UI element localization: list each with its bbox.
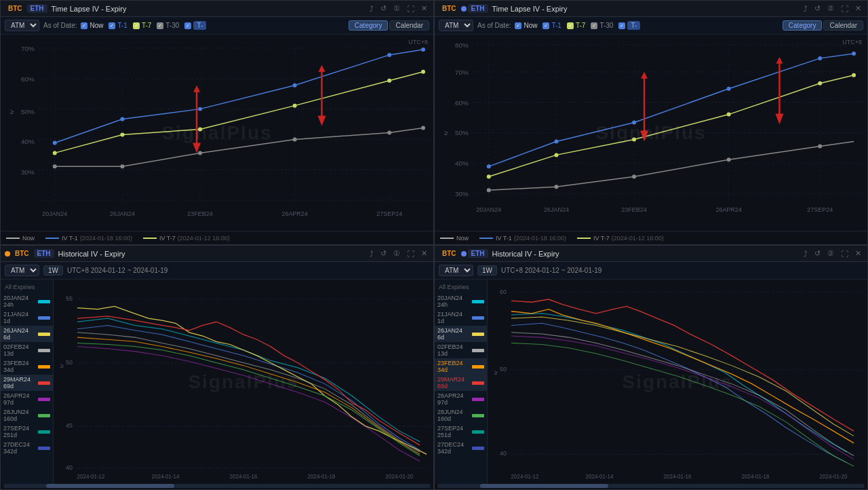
close-icon-tr[interactable]: ✕: [853, 3, 863, 14]
external-link-icon-tl[interactable]: ⤴: [368, 4, 376, 14]
cb-t1-tr[interactable]: T-1: [542, 22, 561, 29]
svg-point-36: [198, 151, 202, 155]
expiry-item-21jan-br[interactable]: 21JAN24 1d: [435, 309, 487, 326]
refresh-icon-tl[interactable]: ↺: [378, 3, 389, 14]
period-btn-bl[interactable]: 1W: [43, 265, 63, 276]
scrollbar-thumb-br[interactable]: [480, 484, 608, 488]
expiry-item-26jan-br[interactable]: 26JAN24 6d: [435, 326, 487, 342]
atm-select-tr[interactable]: ATM: [439, 20, 473, 31]
cb-box-now-tr[interactable]: [515, 22, 521, 29]
close-icon-bl[interactable]: ✕: [419, 248, 429, 259]
cb-box-now-tl[interactable]: [81, 22, 87, 29]
expiry-item-27dec-br[interactable]: 27DEC24 342d: [435, 440, 487, 456]
expiry-item-27sep-br[interactable]: 27SEP24 251d: [435, 423, 487, 440]
expiry-item-26apr-bl[interactable]: 26APR24 97d: [1, 391, 53, 407]
expiry-item-02feb-bl[interactable]: 02FEB24 13d: [1, 342, 53, 358]
expiry-item-23feb-bl[interactable]: 23FEB24 34d: [1, 358, 53, 375]
svg-point-81: [487, 188, 491, 192]
num1-icon-bl[interactable]: ①: [391, 248, 402, 259]
expiry-item-27dec-bl[interactable]: 27DEC24 342d: [1, 440, 53, 456]
maximize-icon-tl[interactable]: ⛶: [405, 4, 416, 14]
cb-t-highlight-tl[interactable]: T-: [184, 21, 206, 30]
num1-icon-tl[interactable]: ①: [391, 3, 402, 14]
cb-now-tr[interactable]: Now: [515, 22, 537, 29]
maximize-icon-tr[interactable]: ⛶: [839, 4, 850, 14]
refresh-icon-br[interactable]: ↺: [812, 248, 823, 259]
btc-tab-bl[interactable]: BTC: [12, 249, 33, 258]
expiry-item-20jan-br[interactable]: 20JAN24 24h: [435, 293, 487, 309]
legend-t7-tr: IV T-7(2024-01-12 16:00): [577, 235, 664, 242]
svg-text:2024-01-16: 2024-01-16: [664, 474, 692, 480]
eth-tab-tr[interactable]: ETH: [468, 4, 488, 13]
coin-tabs-tl: BTC ETH: [5, 4, 47, 13]
cb-t-highlight-tr[interactable]: T-: [618, 21, 640, 30]
num2-icon-tr[interactable]: ②: [825, 3, 836, 14]
svg-text:30%: 30%: [455, 190, 469, 197]
cb-box-t1-tl[interactable]: [108, 22, 115, 29]
scrollbar-bl[interactable]: [3, 484, 431, 488]
expiry-item-29mar-br[interactable]: 29MAR24 69d: [435, 375, 487, 391]
close-icon-br[interactable]: ✕: [853, 248, 863, 259]
btc-tab-tl[interactable]: BTC: [5, 4, 26, 13]
num2-icon-br[interactable]: ②: [825, 248, 836, 259]
atm-select-tl[interactable]: ATM: [5, 20, 39, 31]
coin-tabs-tr: BTC ETH: [439, 4, 488, 13]
expiry-item-28jun-br[interactable]: 28JUN24 160d: [435, 407, 487, 423]
expiry-list-br: All Expiries 20JAN24 24h 21JAN24 1d 26JA…: [435, 280, 488, 484]
external-link-icon-br[interactable]: ⤴: [802, 249, 810, 259]
calendar-btn-tr[interactable]: Calendar: [823, 20, 863, 31]
refresh-icon-bl[interactable]: ↺: [378, 248, 389, 259]
cb-t30-tl[interactable]: T-30: [157, 22, 179, 29]
expiry-item-29mar-bl[interactable]: 29MAR24 69d: [1, 375, 53, 391]
calendar-btn-tl[interactable]: Calendar: [389, 20, 429, 31]
cb-box-highlight-tr[interactable]: [618, 22, 625, 29]
external-link-icon-tr[interactable]: ⤴: [802, 4, 810, 14]
expiry-item-02feb-br[interactable]: 02FEB24 13d: [435, 342, 487, 358]
cb-t1-tl[interactable]: T-1: [108, 22, 127, 29]
expiry-item-27sep-bl[interactable]: 27SEP24 251d: [1, 423, 53, 440]
cb-label-t7-tr: T-7: [576, 22, 585, 29]
atm-select-br[interactable]: ATM: [439, 265, 473, 276]
maximize-icon-bl[interactable]: ⛶: [405, 249, 416, 259]
btc-tab-br[interactable]: BTC: [439, 249, 460, 258]
category-btn-tl[interactable]: Category: [349, 20, 389, 31]
atm-select-bl[interactable]: ATM: [5, 265, 39, 276]
svg-text:2024-01-18: 2024-01-18: [742, 474, 770, 480]
legend-line-t7-tr: [577, 238, 591, 239]
eth-tab-br[interactable]: ETH: [468, 249, 488, 258]
period-btn-br[interactable]: 1W: [477, 265, 497, 276]
btc-tab-tr[interactable]: BTC: [439, 4, 460, 13]
maximize-icon-br[interactable]: ⛶: [839, 249, 850, 259]
cb-box-highlight-tl[interactable]: [184, 22, 191, 29]
external-link-icon-bl[interactable]: ⤴: [368, 249, 376, 259]
cb-box-t7-tr[interactable]: [567, 22, 574, 29]
eth-tab-tl[interactable]: ETH: [27, 4, 47, 13]
expiry-item-20jan-bl[interactable]: 20JAN24 24h: [1, 293, 53, 309]
category-btn-tr[interactable]: Category: [783, 20, 823, 31]
svg-text:2024-01-20: 2024-01-20: [820, 474, 848, 480]
expiry-item-26apr-br[interactable]: 26APR24 97d: [435, 391, 487, 407]
cb-t7-tr[interactable]: T-7: [567, 22, 585, 29]
scrollbar-br[interactable]: [437, 484, 865, 488]
expiry-item-21jan-bl[interactable]: 21JAN24 1d: [1, 309, 53, 326]
cb-t7-tl[interactable]: T-7: [133, 22, 151, 29]
expiry-item-28jun-bl[interactable]: 28JUN24 160d: [1, 407, 53, 423]
cb-box-t30-tl[interactable]: [157, 22, 163, 29]
cb-box-t7-tl[interactable]: [133, 22, 140, 29]
svg-text:2024-01-14: 2024-01-14: [586, 474, 614, 480]
cb-box-t30-tr[interactable]: [591, 22, 597, 29]
cb-now-tl[interactable]: Now: [81, 22, 103, 29]
cb-box-t1-tr[interactable]: [542, 22, 549, 29]
eth-tab-bl[interactable]: ETH: [34, 249, 54, 258]
scrollbar-thumb-bl[interactable]: [46, 484, 174, 488]
checkbox-group-tl: Now T-1 T-7 T-30 T-: [81, 21, 206, 30]
close-icon-tl[interactable]: ✕: [419, 3, 429, 14]
expiry-item-23feb-br[interactable]: 23FEB24 34d: [435, 358, 487, 375]
svg-marker-91: [775, 114, 783, 125]
legend-line-t7-tl: [143, 238, 157, 239]
refresh-icon-tr[interactable]: ↺: [812, 3, 823, 14]
svg-text:45: 45: [66, 422, 73, 429]
expiry-item-26jan-bl[interactable]: 26JAN24 6d: [1, 326, 53, 342]
svg-text:≥: ≥: [444, 129, 448, 136]
cb-t30-tr[interactable]: T-30: [591, 22, 613, 29]
